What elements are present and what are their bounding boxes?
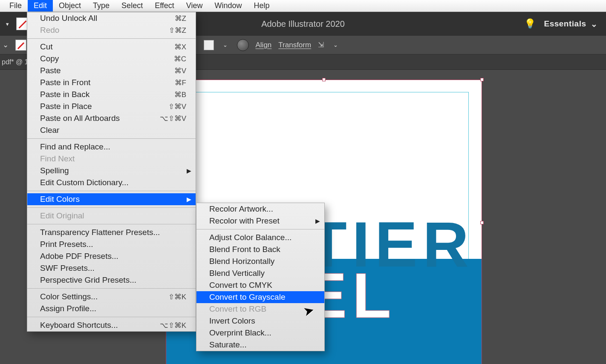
edit-menu-item[interactable]: Paste in Front⌘F	[27, 77, 196, 89]
recolor-icon[interactable]	[237, 39, 249, 51]
edit-menu-item[interactable]: Spelling▶	[27, 165, 196, 177]
shortcut-label: ⌘Z	[175, 14, 186, 23]
document-tab[interactable]: pdf* @ 1	[2, 58, 29, 66]
chevron-down-icon[interactable]: ⌄	[221, 40, 230, 50]
no-fill-swatch[interactable]	[15, 40, 26, 51]
lightbulb-icon[interactable]: 💡	[524, 18, 536, 29]
menu-separator	[196, 229, 324, 229]
chevron-down-icon[interactable]: ▾	[3, 19, 12, 29]
edit-menu-item[interactable]: Transparency Flattener Presets...	[27, 226, 196, 238]
edit-menu-item[interactable]: Paste on All Artboards⌥⇧⌘V	[27, 112, 196, 124]
edit-colors-submenu-item-label: Blend Front to Back	[209, 245, 315, 254]
edit-menu-item-label: Paste in Place	[40, 102, 143, 111]
chevron-down-icon: ⌄	[591, 19, 598, 29]
edit-menu-item[interactable]: SWF Presets...	[27, 262, 196, 274]
edit-menu-item-label: Paste on All Artboards	[40, 114, 134, 123]
edit-menu-item-label: Paste	[40, 66, 149, 75]
edit-menu-item[interactable]: Edit Colors▶	[27, 193, 196, 205]
menu-separator	[27, 207, 196, 208]
edit-menu-item-label: Clear	[40, 126, 186, 135]
edit-menu-item-label: Paste in Back	[40, 90, 149, 99]
edit-menu-item-label: Assign Profile...	[40, 304, 186, 313]
shortcut-label: ⌘C	[174, 54, 186, 63]
edit-menu-item[interactable]: Clear	[27, 124, 196, 136]
edit-colors-submenu-item[interactable]: Overprint Black...	[196, 327, 324, 339]
edit-menu-item[interactable]: Cut⌘X	[27, 41, 196, 53]
menu-object[interactable]: Object	[53, 0, 87, 11]
shortcut-label: ⌘B	[174, 90, 186, 99]
edit-menu-item[interactable]: Undo Unlock All⌘Z	[27, 12, 196, 24]
edit-colors-submenu-item-label: Recolor Artwork...	[209, 204, 315, 214]
edit-menu-item-label: Transparency Flattener Presets...	[40, 228, 186, 237]
menubar: File Edit Object Type Select Effect View…	[0, 0, 606, 12]
chevron-right-icon: ▶	[187, 167, 191, 174]
edit-menu-item[interactable]: Color Settings...⇧⌘K	[27, 291, 196, 303]
edit-menu-item[interactable]: Keyboard Shortcuts...⌥⇧⌘K	[27, 319, 196, 331]
menu-separator	[27, 317, 196, 317]
edit-menu-item[interactable]: Paste⌘V	[27, 65, 196, 77]
menu-select[interactable]: Select	[115, 0, 149, 11]
edit-colors-submenu-item[interactable]: Adjust Color Balance...	[196, 232, 324, 244]
workspace-switcher[interactable]: Essentials ⌄	[544, 19, 598, 29]
menu-effect[interactable]: Effect	[149, 0, 180, 11]
menu-type[interactable]: Type	[87, 0, 115, 11]
edit-menu-item-label: Color Settings...	[40, 292, 143, 301]
edit-menu-item-label: Edit Custom Dictionary...	[40, 178, 186, 187]
edit-menu-item-label: Spelling	[40, 166, 186, 175]
edit-menu-item-label: Redo	[40, 26, 143, 35]
menu-help[interactable]: Help	[248, 0, 276, 11]
transform-button[interactable]: Transform	[278, 41, 311, 49]
edit-colors-submenu-item-label: Adjust Color Balance...	[209, 233, 315, 242]
menu-separator	[27, 288, 196, 289]
edit-menu-item[interactable]: Copy⌘C	[27, 53, 196, 65]
chevron-right-icon: ▶	[187, 196, 191, 203]
edit-menu-item[interactable]: Edit Custom Dictionary...	[27, 177, 196, 189]
selection-dropdown[interactable]: ⌄	[3, 40, 9, 49]
isolate-icon[interactable]: ⇲	[318, 40, 324, 49]
edit-colors-submenu-item[interactable]: Saturate...	[196, 339, 324, 351]
edit-menu-item[interactable]: Paste in Back⌘B	[27, 89, 196, 100]
style-swatch[interactable]	[204, 40, 214, 50]
edit-menu-item: Redo⇧⌘Z	[27, 24, 196, 36]
edit-menu-item[interactable]: Print Presets...	[27, 238, 196, 250]
edit-menu-item[interactable]: Paste in Place⇧⌘V	[27, 100, 196, 112]
shortcut-label: ⌘F	[175, 78, 186, 87]
shortcut-label: ⌘V	[174, 66, 186, 75]
edit-colors-submenu-item-label: Invert Colors	[209, 316, 315, 326]
edit-menu-item[interactable]: Find and Replace...	[27, 141, 196, 153]
edit-menu-item[interactable]: Perspective Grid Presets...	[27, 274, 196, 286]
menu-edit[interactable]: Edit	[28, 0, 53, 11]
menu-separator	[27, 38, 196, 39]
align-button[interactable]: Align	[256, 41, 272, 49]
edit-menu-item[interactable]: Adobe PDF Presets...	[27, 250, 196, 262]
edit-menu-item-label: Find and Replace...	[40, 142, 186, 152]
edit-colors-submenu-item[interactable]: Recolor Artwork...	[196, 203, 324, 215]
edit-menu-item-label: Keyboard Shortcuts...	[40, 321, 134, 330]
edit-colors-submenu-item[interactable]: Blend Horizontally	[196, 255, 324, 267]
menu-view[interactable]: View	[180, 0, 209, 11]
edit-menu-item-label: Adobe PDF Presets...	[40, 252, 186, 261]
edit-colors-submenu-item-label: Convert to RGB	[209, 304, 315, 314]
app-title: Adobe Illustrator 2020	[261, 19, 345, 29]
edit-menu-item: Edit Original	[27, 210, 196, 222]
menu-window[interactable]: Window	[209, 0, 248, 11]
edit-colors-submenu-item[interactable]: Convert to Grayscale	[196, 291, 324, 303]
edit-colors-submenu-item[interactable]: Blend Vertically	[196, 267, 324, 279]
edit-menu-item[interactable]: Assign Profile...	[27, 303, 196, 315]
selection-handle[interactable]	[480, 78, 484, 81]
selection-handle[interactable]	[322, 78, 326, 81]
edit-colors-submenu-item[interactable]: Recolor with Preset▶	[196, 215, 324, 227]
edit-menu-item-label: Find Next	[40, 154, 186, 163]
selection-handle[interactable]	[480, 221, 484, 224]
shortcut-label: ⇧⌘Z	[169, 26, 186, 35]
workspace-label: Essentials	[544, 19, 586, 29]
edit-colors-submenu-item[interactable]: Blend Front to Back	[196, 244, 324, 255]
edit-menu-item-label: Edit Original	[40, 211, 186, 221]
shortcut-label: ⇧⌘K	[168, 292, 186, 301]
edit-colors-submenu-item-label: Convert to CMYK	[209, 281, 315, 290]
edit-menu-item-label: Print Presets...	[40, 240, 186, 249]
menu-file[interactable]: File	[3, 0, 28, 11]
chevron-down-icon[interactable]: ⌄	[331, 40, 340, 50]
edit-colors-submenu-item[interactable]: Convert to CMYK	[196, 279, 324, 291]
edit-menu-item: Find Next	[27, 153, 196, 165]
